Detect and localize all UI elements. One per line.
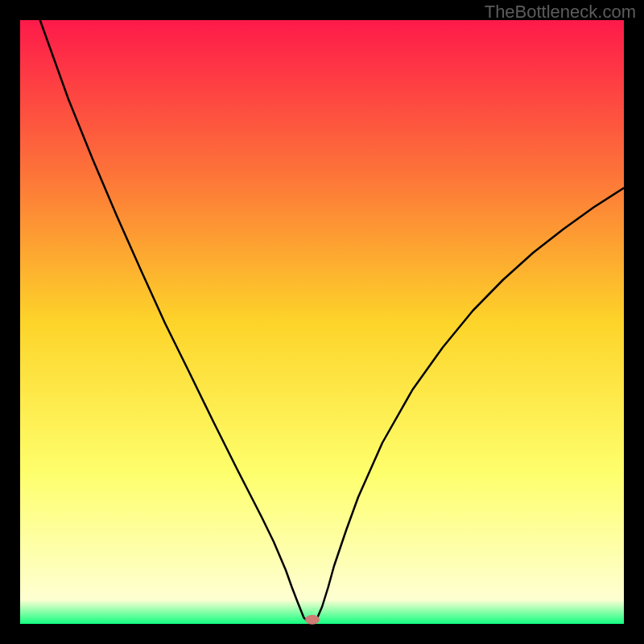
watermark-text: TheBottleneck.com (485, 2, 636, 23)
chart-svg (0, 0, 644, 644)
optimal-marker (305, 615, 320, 625)
chart-background (20, 20, 624, 624)
bottleneck-chart: TheBottleneck.com (0, 0, 644, 644)
